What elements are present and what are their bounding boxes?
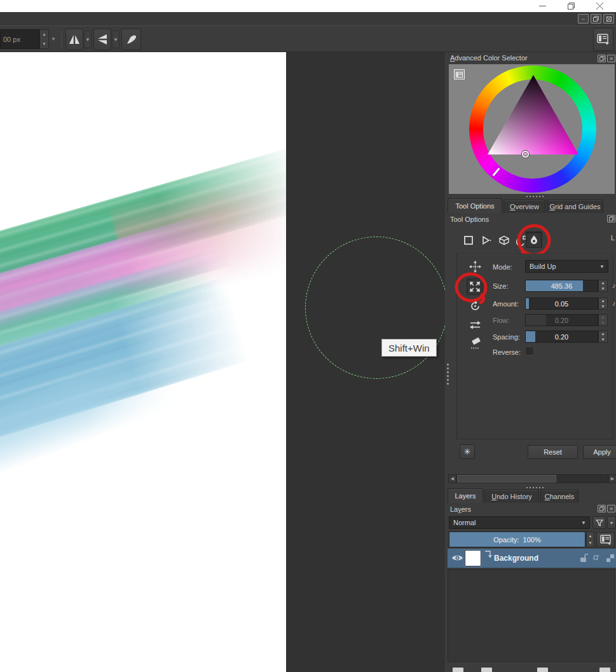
mirror-vertical-options-arrow[interactable]: ▼	[84, 31, 92, 48]
tab-undo-history[interactable]: Undo History	[484, 490, 539, 503]
reverse-label: Reverse:	[493, 348, 521, 356]
acs-settings-button[interactable]	[454, 69, 465, 79]
apply-button[interactable]: Apply	[583, 445, 616, 459]
liquify-offset-tool[interactable]	[469, 320, 481, 330]
mirror-horizontal-button[interactable]	[93, 29, 111, 50]
shortcut-tooltip: Shift+Win	[381, 339, 437, 357]
blend-mode-combobox[interactable]: Normal▼	[449, 516, 590, 529]
transform-mode-free[interactable]	[460, 232, 477, 249]
dock-splitter-handle[interactable]	[447, 364, 449, 385]
clipped-sensor-icon: ♪	[612, 299, 616, 307]
mdi-restore-button[interactable]	[591, 14, 601, 24]
flow-slider: 0.20	[525, 314, 598, 326]
layers-close-button[interactable]: ✕	[607, 505, 615, 512]
size-label: Size:	[493, 282, 508, 290]
layers-float-button[interactable]	[598, 505, 606, 512]
liquify-undo-tool[interactable]	[469, 338, 482, 350]
close-icon	[596, 3, 603, 10]
workspace-spider-button[interactable]: ✳	[460, 444, 475, 459]
spacing-slider[interactable]: 0.20	[525, 331, 598, 343]
tab-tool-options[interactable]: Tool Options	[448, 198, 502, 213]
move-layer-button-clipped[interactable]	[537, 668, 548, 672]
transform-mode-liquify[interactable]	[526, 231, 542, 248]
tool-options-float-button[interactable]	[607, 215, 615, 223]
mirror-vertical-button[interactable]	[65, 29, 83, 50]
layer-thumbnail[interactable]	[465, 550, 481, 566]
stepper-up-icon: ▲	[40, 30, 48, 39]
window-restore-button[interactable]	[557, 0, 585, 12]
rotate-icon	[469, 300, 481, 312]
spacing-spinner[interactable]: ▲▼	[598, 331, 608, 343]
layer-lock-icon[interactable]	[579, 553, 588, 563]
mode-combobox[interactable]: Build Up▼	[525, 260, 608, 273]
layer-list-empty-area[interactable]	[448, 569, 615, 662]
layer-row-background[interactable]: Background α	[448, 549, 616, 568]
amount-slider[interactable]: 0.05	[525, 298, 598, 310]
transform-mode-perspective[interactable]	[478, 232, 495, 249]
combo-arrow-icon: ▼	[581, 520, 586, 526]
acs-float-button[interactable]	[598, 55, 606, 62]
delete-layer-button-clipped[interactable]	[599, 668, 610, 672]
offset-icon	[469, 320, 481, 330]
advanced-color-selector[interactable]	[449, 64, 615, 194]
tab-layers[interactable]: Layers	[448, 488, 483, 503]
opacity-spinner[interactable]: ▲▼	[586, 531, 594, 547]
color-selector-handle[interactable]	[522, 151, 529, 158]
clipped-sensor-icon: ♪	[612, 282, 616, 289]
float-icon	[599, 506, 605, 511]
acs-resize-handle[interactable]	[526, 196, 544, 197]
size-slider[interactable]: 485.36	[525, 280, 598, 292]
liquify-move-tool[interactable]	[469, 261, 481, 273]
window-close-button[interactable]	[585, 0, 614, 12]
scroll-left-button[interactable]: ◀	[448, 474, 456, 483]
wrap-around-button[interactable]	[121, 29, 141, 50]
layer-filter-arrow[interactable]: ▼	[607, 516, 616, 529]
layer-style-icon	[484, 551, 492, 558]
brush-size-input[interactable]: 00 px	[0, 29, 39, 49]
layers-title: Layers	[450, 505, 471, 513]
workspace-icon	[597, 34, 610, 45]
canvas-white-area[interactable]	[0, 52, 286, 672]
mdi-close-button[interactable]	[603, 14, 614, 24]
reset-button[interactable]: Reset	[528, 445, 578, 459]
acs-close-button[interactable]: ✕	[607, 55, 615, 62]
layer-alpha-lock-icon[interactable]: α	[593, 551, 599, 562]
transform-mode-warp[interactable]	[496, 232, 512, 249]
add-layer-button-clipped[interactable]	[453, 668, 463, 672]
window-minimize-button[interactable]	[528, 0, 557, 12]
warp-icon	[498, 235, 510, 246]
layer-name[interactable]: Background	[494, 554, 538, 563]
restore-icon	[568, 3, 575, 10]
tab-channels[interactable]: Channels	[540, 490, 578, 503]
layer-filter-button[interactable]	[592, 516, 606, 529]
layer-inherit-alpha-icon[interactable]	[606, 554, 614, 562]
hscrollbar-thumb[interactable]	[457, 475, 556, 483]
saturation-value-triangle[interactable]	[469, 65, 596, 193]
opacity-slider[interactable]: Opacity:100%	[449, 531, 585, 547]
eraser-icon	[469, 338, 482, 350]
liquify-scale-tool[interactable]	[467, 278, 483, 295]
scroll-right-button[interactable]: ▶	[608, 474, 616, 483]
layer-properties-button[interactable]	[596, 532, 615, 547]
brush-size-stepper[interactable]: ▲▼	[39, 29, 49, 49]
amount-spinner[interactable]: ▲▼	[598, 298, 608, 310]
toolbar-separator	[61, 31, 62, 48]
mdi-minimize-button[interactable]: −	[578, 14, 589, 24]
tool-options-resize-handle[interactable]	[526, 487, 544, 488]
tab-grid-and-guides[interactable]: Grid and Guides	[547, 200, 603, 213]
mode-label: Mode:	[493, 263, 512, 271]
liquify-rotate-tool[interactable]	[469, 300, 481, 312]
tab-overview[interactable]: Overview	[503, 200, 545, 213]
mirror-horizontal-options-arrow[interactable]: ▼	[112, 31, 120, 48]
size-dropdown-arrow-icon[interactable]: ▼	[51, 36, 56, 42]
properties-list-icon	[600, 535, 612, 545]
mdi-minimize-icon: −	[582, 16, 585, 22]
settings-list-icon	[456, 72, 463, 78]
workspace-chooser-button[interactable]	[593, 28, 613, 51]
size-spinner[interactable]: ▲▼	[598, 280, 608, 292]
docker-column: Advanced Color Selector ✕ Tool	[445, 52, 616, 672]
reverse-checkbox[interactable]	[525, 346, 534, 355]
visibility-eye-icon[interactable]	[451, 553, 463, 563]
krita-window: − 00 px ▲▼ ▼ ▼ ▼	[0, 0, 616, 672]
duplicate-layer-button-clipped[interactable]	[481, 668, 492, 672]
